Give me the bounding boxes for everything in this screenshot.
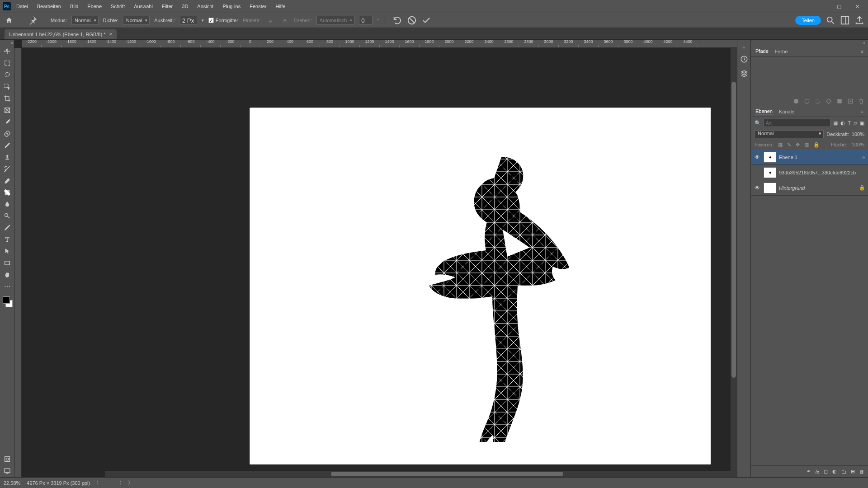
history-brush-tool[interactable] <box>1 164 14 174</box>
move-tool[interactable] <box>1 46 14 57</box>
home-button[interactable] <box>4 15 14 26</box>
type-tool[interactable] <box>1 234 14 245</box>
blend-mode-dropdown[interactable]: Normal <box>755 130 824 138</box>
new-path-icon[interactable] <box>847 98 854 104</box>
crop-tool[interactable] <box>1 93 14 104</box>
layer-row[interactable]: 👁Hintergrund🔒 <box>751 180 868 196</box>
zoom-level[interactable]: 22,58% <box>4 480 20 486</box>
export-button[interactable] <box>854 15 864 25</box>
menu-ebene[interactable]: Ebene <box>84 2 105 11</box>
hand-tool[interactable] <box>1 269 14 280</box>
rect-marquee-tool[interactable] <box>1 58 14 69</box>
menu-filter[interactable]: Filter <box>158 2 176 11</box>
layer-thumbnail[interactable]: ◆ <box>764 152 776 163</box>
menu-fenster[interactable]: Fenster <box>246 2 270 11</box>
frame-tool[interactable] <box>1 105 14 116</box>
search-button[interactable] <box>826 15 835 25</box>
adjustment-layer-icon[interactable]: ◐ <box>832 469 837 474</box>
lock-trans-icon[interactable]: ▦ <box>778 142 783 148</box>
tab-farbe[interactable]: Farbe <box>775 49 788 54</box>
dodge-tool[interactable] <box>1 211 14 221</box>
brush-tool[interactable] <box>1 140 14 151</box>
path-to-selection-icon[interactable] <box>815 98 821 104</box>
window-minimize[interactable]: — <box>813 1 829 12</box>
tab-pfade[interactable]: Pfade <box>755 48 769 54</box>
object-select-tool[interactable] <box>1 81 14 92</box>
menu-hilfe[interactable]: Hilfe <box>272 2 289 11</box>
filter-pixel-icon[interactable]: ▦ <box>833 120 838 126</box>
menu-3d[interactable]: 3D <box>178 2 192 11</box>
eraser-tool[interactable] <box>1 175 14 186</box>
delete-path-icon[interactable] <box>858 98 864 104</box>
selection-to-path-icon[interactable] <box>826 98 832 104</box>
filter-smart-icon[interactable]: ▣ <box>860 120 864 126</box>
clone-stamp-tool[interactable] <box>1 152 14 163</box>
menu-datei[interactable]: Datei <box>13 2 32 11</box>
menu-bearbeiten[interactable]: Bearbeiten <box>33 2 65 11</box>
workspace-button[interactable] <box>840 15 850 25</box>
lock-all-icon[interactable]: 🔒 <box>813 142 820 148</box>
layers-panel-menu-icon[interactable]: ≡ <box>861 109 863 114</box>
layer-group-icon[interactable]: 🗀 <box>841 469 846 474</box>
screen-mode-tool[interactable] <box>1 465 14 476</box>
modus-dropdown[interactable]: Normal <box>71 16 98 25</box>
layer-row[interactable]: ◆93db395218b057...330cfde8922cb <box>751 165 868 180</box>
blur-tool[interactable] <box>1 199 14 210</box>
edit-toolbar[interactable]: ⋯ <box>1 281 14 292</box>
stroke-path-icon[interactable] <box>804 98 810 104</box>
rectangle-tool[interactable] <box>1 258 14 268</box>
opacity-value[interactable]: 100% <box>852 131 864 137</box>
color-swatch[interactable] <box>1 295 14 307</box>
panel-collapse-icon[interactable]: « <box>751 40 868 46</box>
layer-visibility-icon[interactable] <box>754 169 761 176</box>
lock-nest-icon[interactable]: ▥ <box>804 142 809 148</box>
menu-bild[interactable]: Bild <box>66 2 82 11</box>
lasso-tool[interactable] <box>1 70 14 80</box>
document-canvas[interactable] <box>250 108 711 465</box>
canvas-area[interactable]: -2200-2000-1800-1600-1400-1200-1000-800-… <box>14 40 750 477</box>
window-close[interactable]: ✕ <box>849 1 865 12</box>
vertical-scrollbar[interactable] <box>731 48 737 471</box>
menu-ansicht[interactable]: Ansicht <box>193 2 217 11</box>
commit-button[interactable] <box>421 15 431 25</box>
link-layers-icon[interactable]: ⚭ <box>807 469 811 474</box>
fill-value[interactable]: 100% <box>852 142 864 147</box>
horizontal-scrollbar[interactable] <box>105 471 750 477</box>
window-maximize[interactable]: ▢ <box>831 1 847 12</box>
tab-ebenen[interactable]: Ebenen <box>755 108 773 114</box>
layer-visibility-icon[interactable]: 👁 <box>754 184 761 192</box>
spot-heal-tool[interactable] <box>1 128 14 139</box>
delete-layer-icon[interactable]: 🗑 <box>859 469 864 474</box>
fill-path-icon[interactable] <box>793 98 799 104</box>
gradient-tool[interactable] <box>1 187 14 198</box>
canvas-artwork[interactable] <box>412 153 571 442</box>
lock-paint-icon[interactable]: ✎ <box>787 142 791 148</box>
layer-mask-icon[interactable]: ◻ <box>824 469 828 474</box>
lock-pos-icon[interactable]: ✥ <box>796 142 800 148</box>
pen-tool[interactable] <box>1 222 14 233</box>
menu-schrift[interactable]: Schrift <box>107 2 128 11</box>
dichte-dropdown[interactable]: Normal <box>123 16 150 25</box>
filter-adjust-icon[interactable]: ◐ <box>840 120 845 126</box>
menu-auswahl[interactable]: Auswahl <box>130 2 156 11</box>
menu-plugins[interactable]: Plug-ins <box>219 2 244 11</box>
new-layer-icon[interactable]: ⊞ <box>851 469 855 474</box>
foreground-color[interactable] <box>3 296 10 304</box>
filter-type-icon[interactable]: T <box>848 120 851 126</box>
filter-shape-icon[interactable]: ▱ <box>854 120 857 126</box>
formgitter-checkbox[interactable]: ✓ Formgitter <box>208 18 238 23</box>
cancel-button[interactable] <box>407 15 417 25</box>
doc-info[interactable]: 4976 Px × 3319 Px (300 ppi) <box>27 480 90 486</box>
layer-name[interactable]: Ebene 1 <box>779 155 859 160</box>
share-button[interactable]: Teilen <box>795 16 821 25</box>
layer-visibility-icon[interactable]: 👁 <box>754 154 761 161</box>
lock-icon[interactable]: 🔒 <box>859 185 865 191</box>
timeline-prev-icon[interactable]: 〈 <box>117 479 122 486</box>
layer-row[interactable]: 👁◆Ebene 1⟐ <box>751 150 868 165</box>
document-tab[interactable]: Unbenannt-1 bei 22,6% (Ebene 1, RGB/8) *… <box>5 29 117 39</box>
eyedropper-tool[interactable] <box>1 117 14 127</box>
layer-filter-input[interactable] <box>764 119 830 127</box>
properties-panel-icon[interactable] <box>739 69 749 79</box>
doc-info-chevron[interactable]: 〉 <box>96 479 101 486</box>
close-tab-icon[interactable]: × <box>109 31 112 38</box>
